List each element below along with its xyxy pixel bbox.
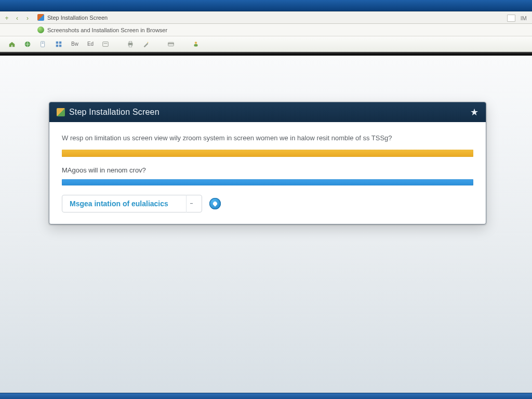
tool-ed-icon[interactable]: Ed xyxy=(83,38,97,50)
address-text: Screenshots and Installation Screen in B… xyxy=(47,27,167,33)
dialog-app-icon xyxy=(57,108,65,116)
svg-point-16 xyxy=(195,42,197,44)
dropdown-label: Msgea intation of eulaliacics xyxy=(70,200,168,208)
svg-rect-5 xyxy=(59,41,61,43)
taskbar[interactable] xyxy=(0,393,532,399)
dialog-action-row: Msgea intation of eulaliacics – xyxy=(62,195,473,212)
svg-rect-7 xyxy=(59,44,61,46)
tab-strip: Step Installation Screen xyxy=(0,11,532,24)
svg-rect-9 xyxy=(104,43,108,44)
window-titlebar xyxy=(0,0,532,11)
star-icon[interactable]: ★ xyxy=(470,107,478,118)
dialog-body: W resp on limitation us screen view wily… xyxy=(49,122,486,224)
back-small-icon[interactable]: ‹ xyxy=(14,15,21,22)
globe-icon xyxy=(37,26,44,33)
tab-left-controls: + ‹ › xyxy=(3,12,31,24)
tool-home-icon[interactable] xyxy=(5,38,19,50)
chevron-down-icon: – xyxy=(186,195,196,212)
tab-favicon xyxy=(37,14,44,21)
tool-bw-icon[interactable]: Bw xyxy=(68,38,81,50)
content-divider xyxy=(0,52,532,56)
info-icon[interactable] xyxy=(209,198,221,209)
tool-doc-icon[interactable] xyxy=(36,38,50,50)
svg-rect-1 xyxy=(41,41,45,47)
tool-grid-icon[interactable] xyxy=(52,38,65,50)
svg-rect-12 xyxy=(129,45,131,47)
svg-rect-11 xyxy=(129,41,131,43)
options-dropdown[interactable]: Msgea intation of eulaliacics – xyxy=(62,195,202,212)
tab-title[interactable]: Step Installation Screen xyxy=(47,15,108,21)
toolbar: Bw Ed xyxy=(0,36,532,52)
dialog-message-1: W resp on limitation us screen view wily… xyxy=(62,134,473,143)
tool-print-icon[interactable] xyxy=(124,38,137,50)
dialog-titlebar[interactable]: Step Installation Screen ★ xyxy=(49,102,486,122)
tool-card-icon[interactable] xyxy=(164,38,178,50)
svg-rect-15 xyxy=(168,43,174,44)
svg-rect-4 xyxy=(56,41,58,43)
progress-bar-secondary xyxy=(62,179,473,185)
dialog-title-text: Step Installation Screen xyxy=(69,108,159,117)
install-dialog: Step Installation Screen ★ W resp on lim… xyxy=(49,102,486,224)
address-bar[interactable]: Screenshots and Installation Screen in B… xyxy=(0,24,532,36)
svg-rect-3 xyxy=(42,43,44,44)
tool-ex-icon[interactable] xyxy=(99,38,112,50)
svg-rect-6 xyxy=(56,44,58,46)
dialog-message-2: MAgoos will in nenom crov? xyxy=(62,166,473,174)
svg-point-13 xyxy=(148,42,149,43)
fwd-small-icon[interactable]: › xyxy=(24,15,31,22)
tool-user-icon[interactable] xyxy=(189,38,203,50)
svg-rect-17 xyxy=(194,44,198,46)
new-tab-icon[interactable]: + xyxy=(3,15,10,22)
tool-earth-icon[interactable] xyxy=(21,38,34,50)
tool-wand-icon[interactable] xyxy=(139,38,153,50)
tab-right-controls: IM xyxy=(507,12,527,24)
right-label: IM xyxy=(521,15,527,21)
min-box-icon[interactable] xyxy=(507,15,515,22)
svg-rect-8 xyxy=(103,42,109,46)
svg-rect-2 xyxy=(42,42,44,43)
progress-bar-primary xyxy=(62,150,473,157)
